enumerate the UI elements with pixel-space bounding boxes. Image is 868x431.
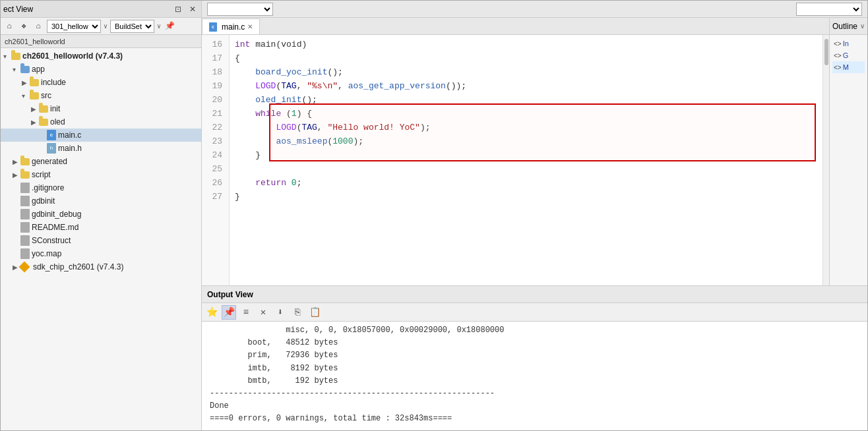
script-folder-icon: [20, 171, 30, 179]
outline-item-1[interactable]: <> In: [832, 38, 865, 49]
gitignore-label: .gitignore: [32, 183, 64, 192]
minimize-icon[interactable]: ⊡: [172, 3, 184, 15]
output-panel: Output View ⭐ 📌 ≡ ✕ ⬇ ⎘ 📋 misc, 0, 0, 0x…: [202, 285, 867, 430]
oled-folder-icon: [39, 119, 48, 126]
editor-scrollbar[interactable]: [822, 35, 829, 285]
code-scroll[interactable]: int main(void) { board_yoc_init(); LOGD(…: [230, 35, 822, 285]
code-line-20: oled_init();: [235, 93, 817, 107]
tree-item-main-h[interactable]: h main.h: [1, 142, 201, 155]
tab-label: main.c: [222, 22, 245, 32]
line-num-27: 27: [202, 190, 226, 204]
include-arrow: ▶: [22, 79, 30, 86]
outline-dropdown-arrow[interactable]: ∨: [860, 22, 865, 30]
outline-item-2[interactable]: <> G: [832, 49, 865, 61]
tree-item-gitignore[interactable]: .gitignore: [1, 181, 201, 194]
output-line-3: prim, 72936 bytes: [210, 349, 859, 362]
outline-item-3[interactable]: <> M: [832, 61, 865, 73]
tree-item-oled[interactable]: ▶ oled: [1, 115, 201, 129]
root-folder-icon: [11, 53, 20, 60]
tree-item-app[interactable]: ▾ app: [1, 63, 201, 76]
include-label: include: [41, 78, 66, 87]
script-label: script: [32, 170, 51, 179]
gdbinit-debug-icon: [20, 209, 30, 219]
output-line-7: Done: [210, 400, 859, 413]
close-icon[interactable]: ✕: [187, 3, 199, 15]
editor-top-dropdown-left[interactable]: [207, 3, 273, 16]
tree-item-sdk[interactable]: ▶ sdk_chip_ch2601 (v7.4.3): [1, 260, 201, 273]
output-line-4: imtb, 8192 bytes: [210, 362, 859, 375]
line-num-20: 20: [202, 93, 226, 107]
generated-arrow: ▶: [13, 158, 20, 165]
yoc-map-icon: [20, 248, 30, 259]
output-line-5: bmtb, 192 bytes: [210, 375, 859, 388]
outline-bracket-2: <>: [834, 52, 842, 59]
tree-item-gdbinit-debug[interactable]: gdbinit_debug: [1, 208, 201, 221]
tab-file-icon: c: [209, 22, 217, 32]
code-line-17: {: [235, 51, 817, 65]
output-star-button[interactable]: ⭐: [204, 305, 219, 320]
src-folder-icon: [30, 92, 39, 100]
tree-icon[interactable]: ❖: [18, 20, 30, 32]
gitignore-icon: [20, 183, 30, 193]
output-clear-button[interactable]: ✕: [256, 305, 270, 320]
code-line-19: LOGD(TAG, "%s\n", aos_get_app_version())…: [235, 79, 817, 93]
tree-item-yoc-map[interactable]: yoc.map: [1, 247, 201, 260]
src-label: src: [41, 91, 51, 100]
readme-label: README.md: [32, 223, 78, 232]
tree-item-readme[interactable]: README.md: [1, 221, 201, 234]
toolbar-row: ⌂ ❖ ⌂ 301_hellow ∨ BuildSet ∨ 📌: [1, 18, 201, 35]
tree-item-script[interactable]: ▶ script: [1, 168, 201, 181]
output-line-6: ----------------------------------------…: [210, 388, 859, 400]
buildset-dropdown[interactable]: BuildSet: [110, 20, 154, 33]
tab-main-c[interactable]: c main.c ✕: [202, 18, 260, 34]
code-line-18: board_yoc_init();: [235, 65, 817, 79]
output-line-2: boot, 48512 bytes: [210, 337, 859, 349]
line-num-19: 19: [202, 79, 226, 93]
code-line-21: while (1) {: [235, 107, 817, 121]
tree-item-include[interactable]: ▶ include: [1, 76, 201, 89]
tab-close-button[interactable]: ✕: [247, 23, 253, 30]
right-panel: c main.c ✕ 16 17 18 19 20: [202, 1, 867, 430]
editor-area: c main.c ✕ 16 17 18 19 20: [202, 18, 867, 285]
code-line-26: return 0;: [235, 176, 817, 190]
tree-item-init[interactable]: ▶ init: [1, 102, 201, 115]
gdbinit-icon: [20, 196, 30, 206]
outline-title: Outline: [832, 22, 857, 31]
pin-icon[interactable]: 📌: [164, 20, 175, 32]
tree-root[interactable]: ▾ ch2601_helloworld (v7.4.3): [1, 49, 201, 63]
code-line-24: }: [235, 148, 817, 162]
src-arrow: ▾: [22, 92, 30, 100]
editor-top-bar: [202, 1, 867, 18]
tree-item-gdbinit[interactable]: gdbinit: [1, 194, 201, 208]
line-num-18: 18: [202, 65, 226, 79]
outline-content: <> In <> G <> M: [830, 35, 867, 285]
home-icon[interactable]: ⌂: [3, 20, 15, 32]
yoc-map-label: yoc.map: [32, 249, 61, 258]
outline-bracket-3: <>: [834, 64, 842, 71]
tree-item-sconstruct[interactable]: SConstruct: [1, 234, 201, 247]
readme-icon: [20, 222, 30, 233]
output-copy-button[interactable]: ⎘: [290, 305, 305, 320]
oled-label: oled: [50, 117, 65, 127]
tree-item-src[interactable]: ▾ src: [1, 89, 201, 102]
tab-bar: c main.c ✕: [202, 18, 829, 35]
app-folder-icon: [20, 66, 30, 73]
output-clipboard-button[interactable]: 📋: [307, 305, 322, 320]
output-content: misc, 0, 0, 0x18057000, 0x00029000, 0x18…: [202, 322, 867, 430]
nav-icon[interactable]: ⌂: [32, 20, 44, 32]
project-dropdown[interactable]: 301_hellow: [47, 20, 101, 33]
gdbinit-debug-label: gdbinit_debug: [32, 210, 81, 219]
app-arrow: ▾: [13, 66, 20, 73]
outline-text-3: M: [843, 63, 849, 71]
editor-top-dropdown-right[interactable]: [796, 3, 862, 16]
panel-icons: ⊡ ✕: [172, 3, 199, 15]
tree-item-main-c[interactable]: c main.c: [1, 129, 201, 142]
tree-item-generated[interactable]: ▶ generated: [1, 155, 201, 168]
output-download-button[interactable]: ⬇: [273, 305, 288, 320]
output-title: Output View: [207, 290, 253, 299]
output-pin-button[interactable]: 📌: [222, 305, 236, 320]
file-tree[interactable]: ▾ ch2601_helloworld (v7.4.3) ▾ app ▶ in: [1, 48, 201, 430]
output-list-button[interactable]: ≡: [239, 305, 253, 320]
outline-bracket-1: <>: [834, 40, 842, 47]
code-line-27: }: [235, 190, 817, 204]
